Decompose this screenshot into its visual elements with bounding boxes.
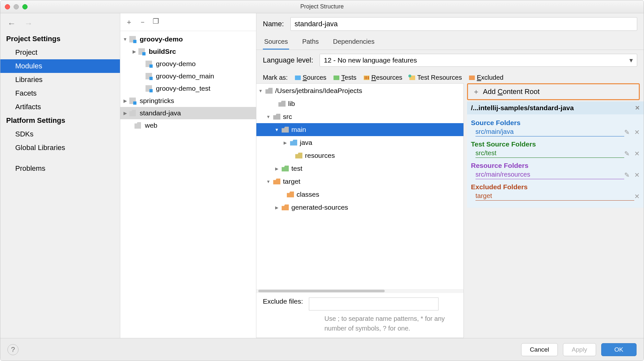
test-source-folder-item[interactable]: src/test ✎✕ [471,148,640,159]
edit-icon[interactable]: ✎ [624,150,630,157]
module-node-springtricks[interactable]: ▶springtricks [120,95,256,107]
remove-icon[interactable]: ✕ [634,171,640,179]
folder-tree[interactable]: ▼/Users/jetbrains/IdeaProjects lib ▼src … [256,84,463,289]
remove-module-icon[interactable]: － [139,17,146,27]
copy-module-icon[interactable]: ❐ [153,17,159,27]
folder-node-target[interactable]: ▼target [256,175,463,188]
sidebar-item-sdks[interactable]: SDKs [0,127,120,141]
folder-node-classes[interactable]: classes [256,188,463,201]
edit-icon[interactable]: ✎ [624,128,630,136]
module-icon [146,61,152,67]
folder-node-main[interactable]: ▼main [256,123,463,136]
folder-icon [273,114,280,120]
dialog-body: ← → Project Settings Project Modules Lib… [0,13,644,338]
nav-back-icon[interactable]: ← [7,19,16,28]
excluded-folder-item[interactable]: target ✕ [471,191,640,202]
language-level-select[interactable]: 12 - No new language features ▾ [320,54,637,67]
folder-node-lib[interactable]: lib [256,97,463,110]
dropdown-caret-icon: ▾ [629,56,633,64]
language-level-label: Language level: [263,56,313,64]
sidebar-item-modules[interactable]: Modules [0,59,120,73]
sidebar-item-artifacts[interactable]: Artifacts [0,100,120,114]
excluded-folders-heading: Excluded Folders [471,183,640,191]
tab-dependencies[interactable]: Dependencies [332,35,376,50]
add-module-icon[interactable]: ＋ [125,17,133,27]
test-resources-folder-icon [409,76,415,80]
module-icon [146,85,152,92]
source-folders-heading: Source Folders [471,119,640,127]
module-tabs: Sources Paths Dependencies [256,35,644,50]
excluded-folder-icon [273,179,280,184]
window-title: Project Structure [0,3,644,10]
mark-resources-button[interactable]: Resources [364,74,403,81]
module-node-groovy-demo-sub[interactable]: groovy-demo [120,58,256,70]
resource-folder-item[interactable]: src/main/resources ✎✕ [471,169,640,180]
horizontal-scrollbar[interactable] [256,289,463,293]
module-node-groovy-demo-test[interactable]: groovy-demo_test [120,82,256,95]
remove-icon[interactable]: ✕ [634,192,640,200]
remove-content-root-icon[interactable]: ✕ [635,104,640,111]
module-icon [146,73,152,79]
source-folder-item[interactable]: src/main/java ✎✕ [471,127,640,138]
module-icon [135,122,141,129]
mark-sources-button[interactable]: Sources [295,74,326,81]
module-icon [138,48,145,55]
sidebar-item-global-libraries[interactable]: Global Libraries [0,141,120,155]
folder-node-test[interactable]: ▶test [256,162,463,175]
folder-icon [265,88,273,94]
module-node-web[interactable]: web [120,119,256,132]
module-name-input[interactable] [290,17,637,31]
sidebar-item-problems[interactable]: Problems [0,162,120,175]
folder-node-java[interactable]: ▶java [256,136,463,149]
mark-test-resources-button[interactable]: Test Resources [409,74,462,81]
exclude-files-input[interactable] [309,297,439,310]
plus-icon: ＋ [473,87,480,97]
titlebar: Project Structure [0,0,644,13]
dialog-footer: ? Cancel Apply OK [0,338,644,361]
excluded-folder-icon [282,204,289,210]
module-tree[interactable]: ▼groovy-demo ▶buildSrc groovy-demo groov… [120,31,256,338]
settings-sidebar: ← → Project Settings Project Modules Lib… [0,13,120,338]
project-structure-window: Project Structure ← → Project Settings P… [0,0,644,361]
sidebar-item-facets[interactable]: Facets [0,87,120,100]
help-button[interactable]: ? [7,344,18,355]
sidebar-item-project[interactable]: Project [0,46,120,59]
test-source-folders-heading: Test Source Folders [471,140,640,148]
add-content-root-button[interactable]: ＋ Add Content Root [467,83,640,100]
remove-icon[interactable]: ✕ [634,150,640,157]
module-node-buildsrc[interactable]: ▶buildSrc [120,45,256,58]
content-root-header[interactable]: /...intellij-samples/standard-java ✕ [467,101,644,114]
edit-icon[interactable]: ✎ [624,171,630,179]
mark-excluded-button[interactable]: Excluded [469,74,503,81]
resource-folders-heading: Resource Folders [471,162,640,169]
sidebar-item-libraries[interactable]: Libraries [0,73,120,87]
mark-as-label: Mark as: [263,74,288,81]
exclude-files-label: Exclude files: [263,297,303,305]
excluded-folder-icon [469,76,475,80]
folder-node-root[interactable]: ▼/Users/jetbrains/IdeaProjects [256,84,463,97]
module-icon [129,110,136,116]
module-node-groovy-demo-main[interactable]: groovy-demo_main [120,70,256,82]
module-node-groovy-demo[interactable]: ▼groovy-demo [120,33,256,45]
module-list-panel: ＋ － ❐ ▼groovy-demo ▶buildSrc groovy-demo… [120,13,256,338]
sidebar-heading-project-settings: Project Settings [0,32,120,46]
tab-paths[interactable]: Paths [301,35,320,50]
excluded-folder-icon [287,192,294,197]
folder-node-src[interactable]: ▼src [256,110,463,123]
folder-node-generated-sources[interactable]: ▶generated-sources [256,201,463,214]
mark-tests-button[interactable]: Tests [334,74,357,81]
content-root-tree-panel: ▼/Users/jetbrains/IdeaProjects lib ▼src … [256,83,464,338]
folder-node-resources[interactable]: resources [256,149,463,162]
ok-button[interactable]: OK [601,343,637,356]
resources-folder-icon [295,153,302,158]
tab-sources[interactable]: Sources [263,35,289,50]
resources-folder-icon [364,76,369,80]
cancel-button[interactable]: Cancel [521,343,558,356]
module-detail-panel: Name: Sources Paths Dependencies Languag… [256,13,644,338]
nav-forward-icon[interactable]: → [24,19,33,28]
module-node-standard-java[interactable]: ▶standard-java [120,107,256,119]
remove-icon[interactable]: ✕ [634,128,640,136]
tests-folder-icon [334,76,339,80]
apply-button[interactable]: Apply [563,343,596,356]
name-label: Name: [263,20,284,28]
